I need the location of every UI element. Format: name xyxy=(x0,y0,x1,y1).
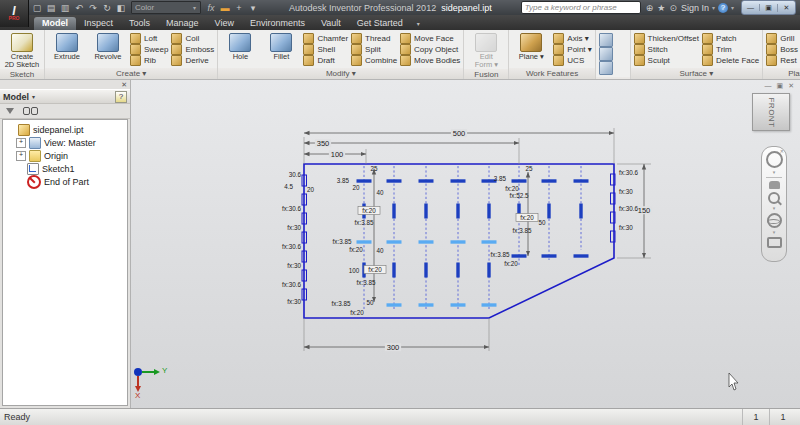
button-extrude[interactable]: Extrude xyxy=(48,32,86,68)
tab-vault[interactable]: Vault xyxy=(313,17,349,30)
button-rest[interactable]: Rest xyxy=(766,55,798,66)
doc-close-icon[interactable]: ✕ xyxy=(788,82,794,90)
navbar-close-icon[interactable]: ✕ xyxy=(780,148,784,154)
orbit-icon[interactable] xyxy=(767,213,782,228)
update-icon[interactable]: ↻ xyxy=(101,2,113,14)
tree-item-end-of-part[interactable]: End of Part xyxy=(3,175,127,188)
button-delete-face[interactable]: Delete Face xyxy=(702,55,759,66)
sign-in-user-icon[interactable]: ⊙ xyxy=(669,3,677,13)
browser-close-icon[interactable]: ✕ xyxy=(121,81,127,89)
tab-view[interactable]: View xyxy=(207,17,242,30)
sketch-canvas[interactable]: 50035010030015030.64.520fx:30.6fx:30fx:3… xyxy=(131,80,800,408)
color-dropdown[interactable]: Color ▾ xyxy=(131,1,201,14)
filter-icon[interactable] xyxy=(6,108,14,114)
button-plane[interactable]: Plane ▾ xyxy=(512,32,550,68)
tab-inspect[interactable]: Inspect xyxy=(76,17,121,30)
application-menu-button[interactable]: I PRO xyxy=(0,0,29,27)
browser-header[interactable]: Model ▾ ? xyxy=(0,89,130,104)
panel-label-plastic-part[interactable]: Plastic Part xyxy=(763,68,800,80)
canvas[interactable]: 50035010030015030.64.520fx:30.6fx:30fx:3… xyxy=(131,80,800,408)
appearance-icon[interactable]: ◧ xyxy=(115,2,127,14)
fx-parameters-icon[interactable]: fx xyxy=(205,2,217,14)
tab-tools[interactable]: Tools xyxy=(121,17,158,30)
button-derive[interactable]: Derive xyxy=(171,55,214,66)
panel-label-work-features[interactable]: Work Features xyxy=(509,68,594,80)
tree-item-sidepanel-ipt[interactable]: sidepanel.ipt xyxy=(3,123,127,136)
button-rectangular-pattern[interactable] xyxy=(599,33,613,47)
tab-manage[interactable]: Manage xyxy=(158,17,207,30)
button-stitch[interactable]: Stitch xyxy=(634,44,699,55)
redo-icon[interactable]: ↷ xyxy=(87,2,99,14)
button-sculpt[interactable]: Sculpt xyxy=(634,55,699,66)
ribbon-display-toggle-icon[interactable]: ▾ xyxy=(411,20,426,30)
button-fillet[interactable]: Fillet xyxy=(262,32,300,68)
expander-icon[interactable]: + xyxy=(16,151,26,161)
panel-label-create[interactable]: Create ▾ xyxy=(45,68,217,80)
browser-title-caret-icon[interactable]: ▾ xyxy=(32,93,35,100)
tab-environments[interactable]: Environments xyxy=(242,17,313,30)
open-icon[interactable]: ▤ xyxy=(45,2,57,14)
button-trim[interactable]: Trim xyxy=(702,44,759,55)
button-ucs[interactable]: UCS xyxy=(553,55,591,66)
communication-center-icon[interactable]: ⊕ xyxy=(646,3,654,13)
tab-get-started[interactable]: Get Started xyxy=(349,17,411,30)
button-split[interactable]: Split xyxy=(351,44,397,55)
restore-button[interactable]: ▣ xyxy=(760,4,778,12)
button-move-bodies[interactable]: Move Bodies xyxy=(400,55,460,66)
search-input[interactable]: Type a keyword or phrase xyxy=(521,1,641,14)
help-caret-icon[interactable]: ▾ xyxy=(731,4,734,11)
panel-label-modify[interactable]: Modify ▾ xyxy=(218,68,463,80)
button-combine[interactable]: Combine xyxy=(351,55,397,66)
panel-label-fusion[interactable]: Fusion xyxy=(464,69,508,80)
look-at-icon[interactable] xyxy=(767,237,782,248)
tree-item-view-master[interactable]: +View: Master xyxy=(3,136,127,149)
panel-label-sketch[interactable]: Sketch xyxy=(0,69,44,80)
button-coil[interactable]: Coil xyxy=(171,33,214,44)
sign-in-caret-icon[interactable]: ▾ xyxy=(712,4,715,11)
expander-icon[interactable]: + xyxy=(16,138,26,148)
button-rib[interactable]: Rib xyxy=(130,55,168,66)
zoom-caret-icon[interactable]: ▾ xyxy=(773,207,776,210)
button-patch[interactable]: Patch xyxy=(702,33,759,44)
minimize-button[interactable]: — xyxy=(742,4,760,11)
button-draft[interactable]: Draft xyxy=(303,55,348,66)
tree-item-origin[interactable]: +Origin xyxy=(3,149,127,162)
favorites-icon[interactable]: ★ xyxy=(657,3,665,13)
button-boss[interactable]: Boss xyxy=(766,44,798,55)
panel-label-surface[interactable]: Surface ▾ xyxy=(631,68,763,80)
button-move-face[interactable]: Move Face xyxy=(400,33,460,44)
zoom-icon[interactable] xyxy=(768,192,780,204)
button-axis[interactable]: Axis ▾ xyxy=(553,33,591,44)
button-create-2d-sketch[interactable]: Create2D Sketch xyxy=(3,32,41,69)
button-circular-pattern[interactable] xyxy=(599,47,613,61)
close-button[interactable]: ✕ xyxy=(778,4,795,12)
button-hole[interactable]: Hole xyxy=(221,32,259,68)
help-icon[interactable]: ? xyxy=(718,3,728,13)
button-edit-form[interactable]: EditForm ▾ xyxy=(467,32,505,69)
new-file-icon[interactable]: ▢ xyxy=(31,2,43,14)
button-shell[interactable]: Shell xyxy=(303,44,348,55)
button-revolve[interactable]: Revolve xyxy=(89,32,127,68)
viewcube[interactable]: FRONT xyxy=(752,93,790,131)
find-icon[interactable] xyxy=(23,107,38,115)
button-mirror-pattern[interactable] xyxy=(599,61,613,75)
button-thicken-offset[interactable]: Thicken/Offset xyxy=(634,33,699,44)
orbit-caret-icon[interactable]: ▾ xyxy=(773,231,776,234)
sign-in-button[interactable]: Sign In xyxy=(681,3,709,13)
browser-grip[interactable]: ✕ xyxy=(0,80,130,89)
button-sweep[interactable]: Sweep xyxy=(130,44,168,55)
undo-icon[interactable]: ↶ xyxy=(73,2,85,14)
button-loft[interactable]: Loft xyxy=(130,33,168,44)
tab-model[interactable]: Model xyxy=(34,17,76,30)
doc-minimize-icon[interactable]: — xyxy=(765,82,772,90)
button-chamfer[interactable]: Chamfer xyxy=(303,33,348,44)
material-icon[interactable]: ▬ xyxy=(219,2,231,14)
tree-item-sketch1[interactable]: Sketch1 xyxy=(3,162,127,175)
save-icon[interactable]: ▥ xyxy=(59,2,71,14)
button-emboss[interactable]: Emboss xyxy=(171,44,214,55)
doc-restore-icon[interactable]: ▣ xyxy=(777,82,784,90)
pan-icon[interactable] xyxy=(769,181,780,189)
qat-more-icon[interactable]: ▾ xyxy=(247,2,259,14)
add-icon[interactable]: + xyxy=(233,2,245,14)
browser-help-icon[interactable]: ? xyxy=(115,91,127,103)
